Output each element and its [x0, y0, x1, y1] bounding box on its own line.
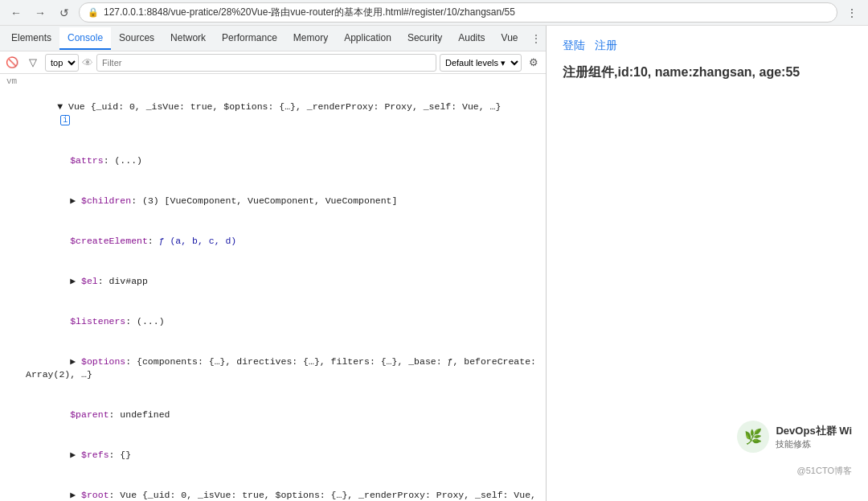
- console-line: $createElement: ƒ (a, b, c, d): [0, 221, 546, 261]
- tab-memory[interactable]: Memory: [285, 27, 336, 50]
- url-text: 127.0.0.1:8848/vue-pratice/28%20Vue-路由vu…: [104, 6, 829, 19]
- devtools-tabs: Elements Console Sources Network Perform…: [0, 26, 546, 51]
- watermark-logo: 🌿: [737, 421, 769, 453]
- tab-console[interactable]: Console: [59, 27, 111, 50]
- tab-application[interactable]: Application: [336, 27, 399, 50]
- filter-toggle-button[interactable]: ▽: [24, 54, 42, 72]
- console-line: ▶ $root: Vue {_uid: 0, _isVue: true, $op…: [0, 475, 546, 501]
- watermark: 🌿 DevOps社群 Wi 技能修炼: [737, 421, 852, 453]
- tab-vue[interactable]: Vue: [493, 27, 526, 50]
- back-button[interactable]: ←: [6, 3, 26, 23]
- clear-console-button[interactable]: 🚫: [3, 54, 21, 72]
- login-link[interactable]: 登陆: [563, 39, 585, 53]
- forward-button[interactable]: →: [31, 3, 50, 23]
- watermark-brand: DevOps社群 Wi: [776, 424, 852, 438]
- register-link[interactable]: 注册: [595, 39, 617, 53]
- webpage-links: 登陆 注册: [563, 39, 852, 53]
- devtools-panel: Elements Console Sources Network Perform…: [0, 26, 547, 501]
- site-badge: @51CTO博客: [797, 465, 852, 477]
- console-line: $parent: undefined: [0, 395, 546, 435]
- webpage-content: 注册组件,id:10, name:zhangsan, age:55: [563, 63, 852, 82]
- watermark-sub: 技能修炼: [776, 438, 852, 450]
- tab-network[interactable]: Network: [162, 27, 214, 50]
- context-select[interactable]: top: [45, 54, 79, 72]
- console-line: $listeners: (...): [0, 302, 546, 342]
- console-output: vm ▼ Vue {_uid: 0, _isVue: true, $option…: [0, 74, 546, 501]
- browser-bar: ← → ↺ 🔒 127.0.0.1:8848/vue-pratice/28%20…: [0, 0, 868, 26]
- tab-sources[interactable]: Sources: [111, 27, 162, 50]
- console-line: ▶ $children: (3) [VueComponent, VueCompo…: [0, 181, 546, 221]
- reload-button[interactable]: ↺: [55, 3, 74, 23]
- settings-icon[interactable]: ⚙: [525, 54, 542, 72]
- vm-label: vm: [0, 76, 546, 87]
- filter-input[interactable]: [96, 54, 436, 72]
- console-line: ▶ $el: div#app: [0, 261, 546, 302]
- main-container: Elements Console Sources Network Perform…: [0, 26, 868, 501]
- eye-icon: 👁: [82, 56, 93, 69]
- devtools-more-button[interactable]: ⋮: [526, 30, 546, 47]
- webpage-panel: 登陆 注册 注册组件,id:10, name:zhangsan, age:55 …: [547, 26, 868, 501]
- console-line: ▼ Vue {_uid: 0, _isVue: true, $options: …: [0, 87, 546, 141]
- tab-security[interactable]: Security: [399, 27, 450, 50]
- tab-performance[interactable]: Performance: [214, 27, 285, 50]
- console-toolbar: 🚫 ▽ top 👁 Default levels ▾ ⚙: [0, 51, 546, 74]
- tab-audits[interactable]: Audits: [450, 27, 493, 50]
- address-bar[interactable]: 🔒 127.0.0.1:8848/vue-pratice/28%20Vue-路由…: [79, 2, 837, 23]
- console-line: ▶ $options: {components: {…}, directives…: [0, 342, 546, 395]
- console-line: ▶ $refs: {}: [0, 435, 546, 475]
- tab-elements[interactable]: Elements: [3, 27, 59, 50]
- menu-button[interactable]: ⋮: [842, 3, 862, 23]
- console-line: $attrs: (...): [0, 141, 546, 181]
- watermark-info: DevOps社群 Wi 技能修炼: [776, 424, 852, 450]
- levels-select[interactable]: Default levels ▾: [440, 54, 522, 72]
